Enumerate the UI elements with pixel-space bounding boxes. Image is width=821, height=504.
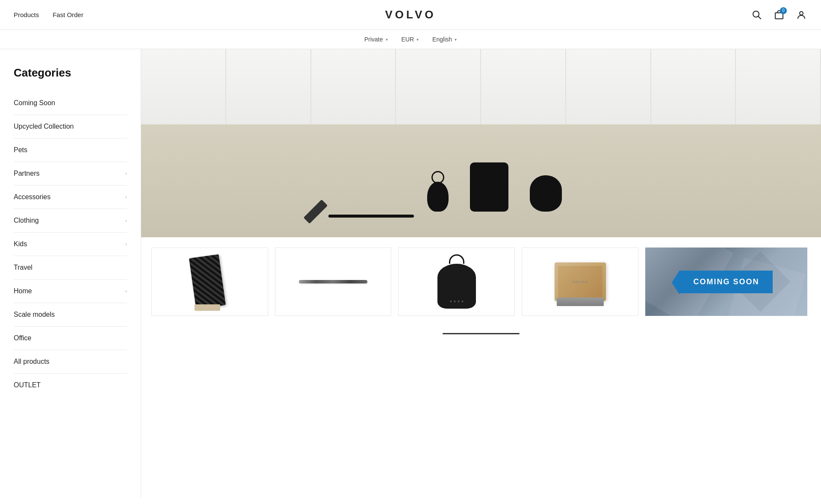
search-icon[interactable] xyxy=(751,9,763,21)
hero-panel xyxy=(141,49,226,134)
private-selector[interactable]: Private ▾ xyxy=(364,36,388,43)
chevron-right-icon: › xyxy=(125,241,127,247)
sidebar-item-label: Scale models xyxy=(14,311,55,318)
sub-header: Private ▾ EUR ▾ English ▾ xyxy=(0,30,821,49)
product-image-box: VOLVO xyxy=(522,248,638,315)
header: Products Fast Order VOLVO 0 xyxy=(0,0,821,30)
chevron-right-icon: › xyxy=(125,171,127,177)
sidebar-item-office[interactable]: Office xyxy=(14,327,127,350)
private-chevron: ▾ xyxy=(386,37,388,42)
product-image-scarf xyxy=(152,248,268,315)
sidebar-item-home[interactable]: Home › xyxy=(14,280,127,303)
chevron-right-icon: › xyxy=(125,288,127,294)
products-nav-link[interactable]: Products xyxy=(14,11,39,18)
product-image-bag xyxy=(399,248,514,315)
product-card-pen[interactable] xyxy=(275,248,392,316)
hero-wall xyxy=(141,49,821,134)
sidebar-item-scale-models[interactable]: Scale models xyxy=(14,303,127,327)
currency-chevron: ▾ xyxy=(416,37,419,42)
language-selector[interactable]: English ▾ xyxy=(432,36,457,43)
fast-order-nav-link[interactable]: Fast Order xyxy=(53,11,83,18)
svg-point-3 xyxy=(800,12,803,15)
hero-bg xyxy=(141,49,821,237)
sidebar-item-label: OUTLET xyxy=(14,381,41,389)
sidebar-item-upcycled-collection[interactable]: Upcycled Collection xyxy=(14,115,127,139)
sidebar-item-travel[interactable]: Travel xyxy=(14,256,127,280)
sidebar-item-kids[interactable]: Kids › xyxy=(14,233,127,256)
product-card-scarf[interactable] xyxy=(151,248,268,316)
sidebar-item-label: Upcycled Collection xyxy=(14,123,74,130)
main-layout: Categories Coming Soon Upcycled Collecti… xyxy=(0,49,821,498)
hero-product-wallet xyxy=(470,162,508,212)
logo: VOLVO xyxy=(385,8,436,21)
currency-selector[interactable]: EUR ▾ xyxy=(402,36,419,43)
hero-banner xyxy=(141,49,821,237)
sidebar-item-label: Accessories xyxy=(14,193,50,201)
sidebar-item-pets[interactable]: Pets xyxy=(14,139,127,162)
user-icon[interactable] xyxy=(795,9,807,21)
sidebar-item-label: Office xyxy=(14,334,32,342)
hero-accessories xyxy=(311,199,414,224)
coming-soon-label: COMING SOON xyxy=(693,277,759,286)
sidebar-item-coming-soon[interactable]: Coming Soon xyxy=(14,91,127,115)
hero-panel xyxy=(396,49,481,134)
private-label: Private xyxy=(364,36,383,43)
sidebar-item-outlet[interactable]: OUTLET xyxy=(14,374,127,397)
sidebar-item-all-products[interactable]: All products xyxy=(14,350,127,374)
chevron-right-icon: › xyxy=(125,194,127,200)
language-label: English xyxy=(432,36,452,43)
currency-label: EUR xyxy=(402,36,414,43)
coming-soon-banner: COMING SOON xyxy=(679,271,773,293)
sidebar-item-accessories[interactable]: Accessories › xyxy=(14,186,127,209)
product-card-coming-soon[interactable]: COMING SOON xyxy=(645,248,807,316)
sidebar: Categories Coming Soon Upcycled Collecti… xyxy=(0,49,141,498)
sidebar-item-label: All products xyxy=(14,358,50,365)
scroll-bar xyxy=(443,333,520,334)
cart-badge: 0 xyxy=(780,7,787,14)
product-image-pen xyxy=(275,248,391,315)
product-grid: VOLVO COMING xyxy=(141,237,821,326)
header-nav-left: Products Fast Order xyxy=(14,11,83,18)
sidebar-item-clothing[interactable]: Clothing › xyxy=(14,209,127,233)
sidebar-item-label: Pets xyxy=(14,146,27,154)
product-card-bag[interactable] xyxy=(398,248,515,316)
sidebar-item-label: Home xyxy=(14,287,32,295)
hero-panel xyxy=(736,49,821,134)
chevron-right-icon: › xyxy=(125,218,127,224)
product-card-box[interactable]: VOLVO xyxy=(522,248,638,316)
sidebar-item-label: Travel xyxy=(14,264,32,271)
sidebar-item-label: Partners xyxy=(14,170,39,177)
cart-icon[interactable]: 0 xyxy=(773,9,785,21)
scroll-indicator xyxy=(141,326,821,341)
sidebar-item-label: Clothing xyxy=(14,217,39,224)
hero-panel xyxy=(651,49,736,134)
coming-soon-background: COMING SOON xyxy=(645,248,807,316)
sidebar-title: Categories xyxy=(14,66,127,80)
header-icons: 0 xyxy=(751,9,807,21)
main-content: VOLVO COMING xyxy=(141,49,821,498)
language-chevron: ▾ xyxy=(455,37,457,42)
sidebar-item-label: Coming Soon xyxy=(14,99,55,107)
sidebar-item-label: Kids xyxy=(14,240,27,248)
hero-panel xyxy=(311,49,396,134)
hero-panel xyxy=(481,49,566,134)
svg-line-1 xyxy=(759,16,761,19)
hero-product-keychain xyxy=(427,182,449,212)
hero-product-round-case xyxy=(530,175,562,212)
hero-panel xyxy=(566,49,651,134)
sidebar-item-partners[interactable]: Partners › xyxy=(14,162,127,186)
hero-panel xyxy=(226,49,311,134)
